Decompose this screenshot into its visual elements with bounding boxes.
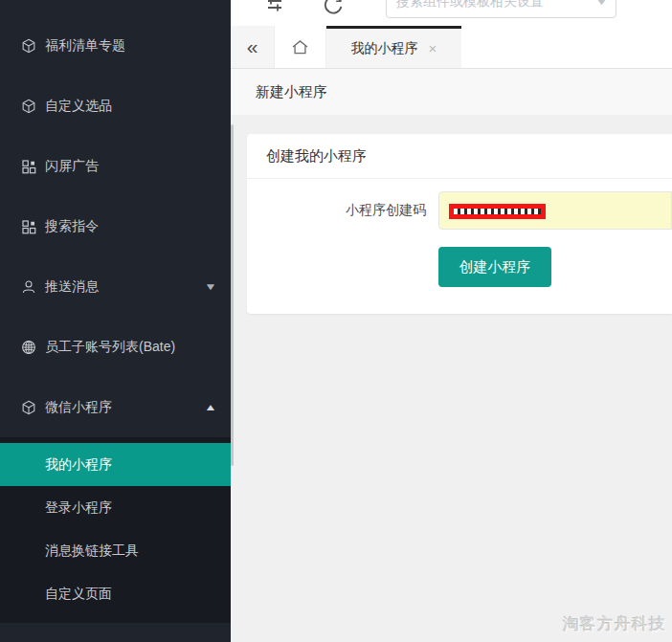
chevron-down-icon: ▼ bbox=[204, 281, 217, 292]
create-miniprogram-card: 创建我的小程序 小程序创建码 创建小程序 bbox=[247, 134, 672, 314]
create-code-input[interactable] bbox=[438, 191, 672, 230]
double-chevron-left-icon: « bbox=[247, 35, 258, 58]
tab-label: 我的小程序 bbox=[351, 40, 418, 57]
tab-my-miniprogram[interactable]: 我的小程序 × bbox=[326, 26, 461, 68]
button-row: 创建小程序 bbox=[247, 247, 672, 287]
create-code-label: 小程序创建码 bbox=[247, 202, 438, 219]
sidebar-item-label: 闪屏广告 bbox=[45, 158, 99, 175]
sidebar-item-label: 推送消息 bbox=[45, 278, 99, 296]
sidebar-nav: 福利清单专题 自定义选品 闪屏广告 bbox=[0, 0, 231, 623]
sidebar-item-label: 搜索指令 bbox=[45, 218, 99, 235]
vendor-watermark: 淘客方舟科技 bbox=[563, 613, 666, 635]
wechat-miniprogram-submenu: 我的小程序 登录小程序 消息换链接工具 自定义页面 bbox=[0, 437, 231, 623]
cube-icon bbox=[20, 98, 37, 115]
sidebar-item-staff-subaccounts[interactable]: 员工子账号列表(Bate) bbox=[0, 317, 231, 377]
tab-bar: « 我的小程序 × bbox=[231, 26, 672, 69]
redacted-text-strip bbox=[454, 209, 541, 214]
sidebar: 福利清单专题 自定义选品 闪屏广告 bbox=[0, 0, 231, 642]
sidebar-item-push-message[interactable]: 推送消息 ▼ bbox=[0, 256, 231, 317]
search-placeholder: 搜索组件或模板相关设置 bbox=[396, 0, 597, 11]
refresh-icon[interactable] bbox=[323, 0, 344, 15]
chevron-up-icon: ▲ bbox=[204, 402, 217, 412]
sidebar-item-label: 福利清单专题 bbox=[45, 37, 125, 55]
main-area: 搜索组件或模板相关设置 ▼ « 我的小程序 × 新建小程序 创建我的小程序 bbox=[231, 0, 672, 642]
submenu-item-custom-page[interactable]: 自定义页面 bbox=[0, 572, 231, 615]
user-icon bbox=[20, 278, 37, 296]
sidebar-item-label: 自定义选品 bbox=[45, 98, 112, 115]
sidebar-item-welfare-list[interactable]: 福利清单专题 bbox=[0, 15, 231, 76]
top-toolbar: 搜索组件或模板相关设置 ▼ bbox=[231, 0, 672, 26]
sidebar-scrollbar-thumb[interactable] bbox=[231, 124, 234, 466]
cube-icon bbox=[20, 37, 37, 55]
submenu-item-message-link-tool[interactable]: 消息换链接工具 bbox=[0, 529, 231, 572]
chevron-down-icon: ▼ bbox=[595, 0, 608, 7]
sidebar-item-custom-selection[interactable]: 自定义选品 bbox=[0, 76, 231, 136]
submenu-item-login-miniprogram[interactable]: 登录小程序 bbox=[0, 486, 231, 529]
search-select[interactable]: 搜索组件或模板相关设置 ▼ bbox=[386, 0, 616, 18]
sidebar-item-label: 员工子账号列表(Bate) bbox=[45, 339, 175, 356]
cube-icon bbox=[20, 399, 37, 416]
grid-icon bbox=[20, 218, 37, 235]
collapse-sidebar-button[interactable]: « bbox=[231, 26, 275, 68]
sidebar-item-label: 微信小程序 bbox=[45, 399, 112, 416]
sliders-icon[interactable] bbox=[265, 0, 284, 12]
create-miniprogram-button[interactable]: 创建小程序 bbox=[438, 247, 551, 287]
form-row-create-code: 小程序创建码 bbox=[247, 191, 672, 230]
card-body: 小程序创建码 创建小程序 bbox=[247, 179, 672, 287]
tab-home[interactable] bbox=[275, 26, 326, 68]
card-title: 创建我的小程序 bbox=[247, 134, 672, 179]
sidebar-item-search-command[interactable]: 搜索指令 bbox=[0, 196, 231, 256]
page-title: 新建小程序 bbox=[231, 69, 672, 115]
sidebar-item-splash-ads[interactable]: 闪屏广告 bbox=[0, 136, 231, 196]
sidebar-item-wechat-miniprogram[interactable]: 微信小程序 ▲ bbox=[0, 377, 231, 437]
globe-icon bbox=[20, 339, 37, 356]
home-icon bbox=[290, 37, 310, 57]
grid-icon bbox=[20, 158, 37, 175]
close-icon[interactable]: × bbox=[429, 41, 437, 55]
submenu-item-my-miniprogram[interactable]: 我的小程序 bbox=[0, 443, 231, 486]
redacted-value-overlay bbox=[449, 204, 546, 219]
